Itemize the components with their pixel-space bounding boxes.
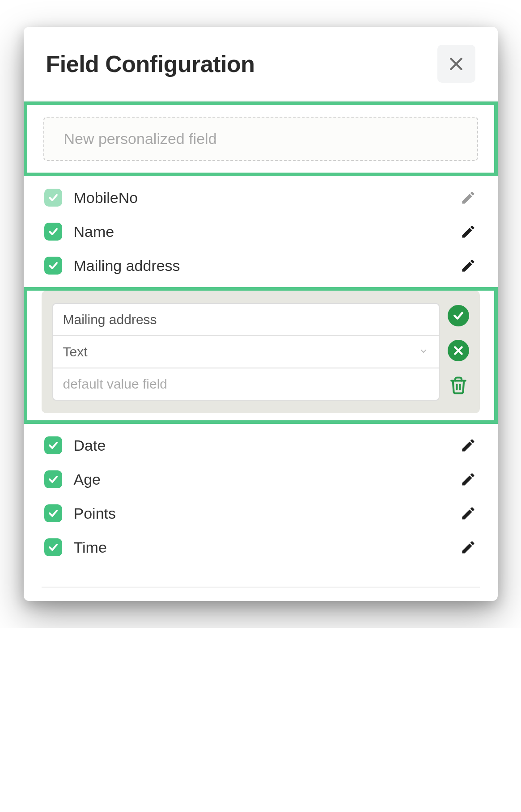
field-label: Name: [74, 223, 459, 241]
pencil-icon: [460, 505, 476, 521]
pencil-icon: [460, 258, 476, 274]
field-label: Time: [74, 539, 459, 556]
field-checkbox[interactable]: [44, 223, 62, 241]
check-icon: [48, 226, 59, 237]
field-label: Mailing address: [74, 257, 459, 275]
pencil-icon: [460, 471, 476, 487]
edit-button[interactable]: [459, 189, 477, 207]
fields-list-bottom: Date Age Points: [24, 420, 498, 569]
close-icon: [453, 345, 464, 356]
field-checkbox[interactable]: [44, 257, 62, 275]
confirm-button[interactable]: [448, 305, 469, 326]
check-icon: [453, 310, 464, 321]
new-field-dropzone[interactable]: New personalized field: [43, 117, 478, 161]
check-icon: [48, 542, 59, 553]
close-button[interactable]: [437, 45, 475, 83]
field-checkbox[interactable]: [44, 504, 62, 522]
delete-button[interactable]: [448, 375, 469, 396]
field-edit-panel: Text: [42, 291, 480, 413]
pencil-icon: [460, 224, 476, 240]
edit-button[interactable]: [459, 436, 477, 454]
page-title: Field Configuration: [46, 51, 255, 77]
field-label: Age: [74, 471, 459, 488]
check-icon: [48, 260, 59, 271]
edit-field-type-select[interactable]: Text: [52, 336, 440, 368]
edit-button[interactable]: [459, 257, 477, 275]
check-icon: [48, 192, 59, 203]
edit-inputs: Text: [52, 303, 440, 401]
field-row: MobileNo: [42, 181, 480, 215]
divider: [42, 587, 480, 588]
field-row: Age: [42, 462, 480, 496]
field-checkbox[interactable]: [44, 538, 62, 556]
edit-button[interactable]: [459, 504, 477, 522]
cancel-button[interactable]: [448, 340, 469, 361]
field-row: Points: [42, 496, 480, 530]
edit-button[interactable]: [459, 538, 477, 556]
edit-field-default-input[interactable]: [52, 368, 440, 401]
trash-icon: [449, 376, 468, 395]
edit-button[interactable]: [459, 223, 477, 241]
select-value: Text: [63, 344, 88, 359]
fields-list-top: MobileNo Name Mailing address: [24, 173, 498, 287]
field-row: Time: [42, 530, 480, 564]
chevron-down-icon: [418, 344, 429, 359]
field-label: Date: [74, 437, 459, 454]
field-label: MobileNo: [74, 189, 459, 207]
new-field-highlight: New personalized field: [24, 102, 498, 176]
field-row: Name: [42, 215, 480, 249]
close-icon: [447, 55, 465, 73]
field-row: Mailing address: [42, 249, 480, 283]
check-icon: [48, 440, 59, 451]
field-row: Date: [42, 428, 480, 462]
check-icon: [48, 474, 59, 485]
pencil-icon: [460, 539, 476, 555]
check-icon: [48, 508, 59, 519]
edit-button[interactable]: [459, 470, 477, 488]
field-label: Points: [74, 505, 459, 522]
field-checkbox[interactable]: [44, 189, 62, 207]
field-checkbox[interactable]: [44, 436, 62, 454]
pencil-icon: [460, 437, 476, 453]
field-checkbox[interactable]: [44, 470, 62, 488]
edit-field-name-input[interactable]: [52, 303, 440, 336]
panel-header: Field Configuration: [24, 27, 498, 102]
pencil-icon: [460, 190, 476, 206]
field-config-panel: Field Configuration New personalized fie…: [24, 27, 498, 601]
edit-panel-highlight: Text: [24, 287, 498, 424]
edit-actions: [448, 303, 469, 396]
new-field-placeholder: New personalized field: [64, 130, 217, 147]
